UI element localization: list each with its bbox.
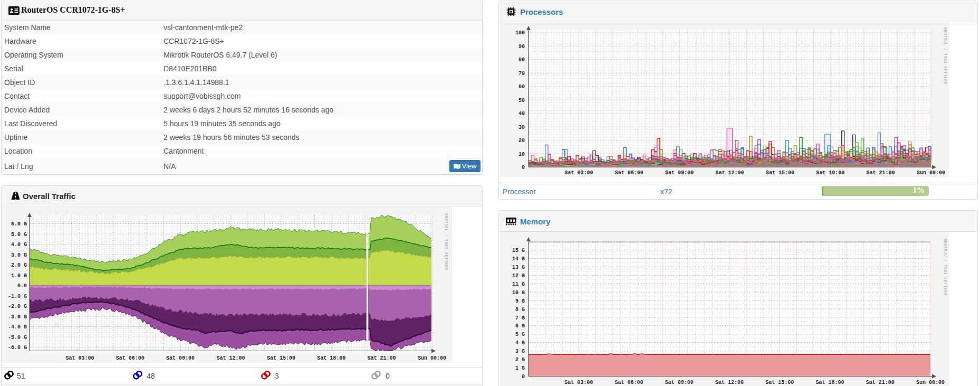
svg-text:Sat 09:00: Sat 09:00 <box>665 380 694 385</box>
svg-text:20: 20 <box>518 138 525 144</box>
svg-text:Sun 00:00: Sun 00:00 <box>917 170 945 176</box>
svg-text:Sun 00:00: Sun 00:00 <box>418 355 446 361</box>
svg-text:Sat 21:00: Sat 21:00 <box>866 380 895 385</box>
svg-text:Sat 06:00: Sat 06:00 <box>615 170 643 176</box>
svg-text:2.0 G: 2.0 G <box>11 262 27 268</box>
svg-text:0: 0 <box>522 374 525 380</box>
svg-text:-2.0 G: -2.0 G <box>8 304 27 309</box>
svg-text:2 G: 2 G <box>515 357 525 363</box>
svg-text:Sat 03:00: Sat 03:00 <box>564 380 593 385</box>
svg-text:9 G: 9 G <box>515 298 525 304</box>
svg-text:7 G: 7 G <box>515 315 525 321</box>
svg-text:1.0 G: 1.0 G <box>11 273 27 279</box>
svg-text:8 G: 8 G <box>515 307 525 313</box>
svg-text:4 G: 4 G <box>515 340 525 346</box>
svg-text:80: 80 <box>518 57 525 63</box>
svg-text:Sat 15:00: Sat 15:00 <box>267 355 295 361</box>
svg-text:RRDTOOL / TOBI OETIKER: RRDTOOL / TOBI OETIKER <box>943 239 947 296</box>
svg-text:Sat 12:00: Sat 12:00 <box>216 355 245 361</box>
svg-text:3 G: 3 G <box>515 349 525 354</box>
svg-text:14 G: 14 G <box>512 256 525 262</box>
svg-text:15 G: 15 G <box>512 248 525 253</box>
svg-text:10 G: 10 G <box>512 290 525 296</box>
svg-text:-4.0 G: -4.0 G <box>8 324 27 330</box>
svg-text:0.0: 0.0 <box>17 283 27 289</box>
svg-text:60: 60 <box>518 84 525 90</box>
svg-text:6 G: 6 G <box>515 323 525 329</box>
svg-text:4.0 G: 4.0 G <box>11 242 27 248</box>
svg-text:70: 70 <box>518 71 525 77</box>
svg-text:6.0 G: 6.0 G <box>11 221 27 227</box>
svg-text:Sat 18:00: Sat 18:00 <box>816 170 844 176</box>
svg-text:0: 0 <box>522 165 525 171</box>
svg-text:13 G: 13 G <box>512 265 525 270</box>
svg-text:1 G: 1 G <box>515 365 525 371</box>
svg-text:11 G: 11 G <box>512 281 525 287</box>
svg-text:Sat 09:00: Sat 09:00 <box>665 170 694 176</box>
svg-text:Sat 03:00: Sat 03:00 <box>65 355 94 361</box>
svg-text:50: 50 <box>518 98 525 103</box>
svg-text:Sat 18:00: Sat 18:00 <box>815 380 844 385</box>
svg-text:Sat 18:00: Sat 18:00 <box>317 355 345 361</box>
svg-text:30: 30 <box>518 125 525 130</box>
svg-text:Sat 03:00: Sat 03:00 <box>564 170 593 176</box>
svg-text:Sat 06:00: Sat 06:00 <box>614 380 643 385</box>
svg-text:5.0 G: 5.0 G <box>11 232 27 238</box>
svg-text:Sat 15:00: Sat 15:00 <box>765 380 794 385</box>
svg-text:Sun 00:00: Sun 00:00 <box>916 380 945 385</box>
svg-text:Sat 12:00: Sat 12:00 <box>715 380 744 385</box>
svg-text:90: 90 <box>518 44 525 50</box>
svg-text:12 G: 12 G <box>512 273 525 279</box>
svg-text:RRDTOOL / TOBI OETIKER: RRDTOOL / TOBI OETIKER <box>943 27 947 84</box>
svg-text:3.0 G: 3.0 G <box>11 252 27 258</box>
svg-text:Sat 21:00: Sat 21:00 <box>368 355 396 361</box>
svg-text:Sat 15:00: Sat 15:00 <box>766 170 794 176</box>
svg-text:-3.0 G: -3.0 G <box>8 314 27 320</box>
svg-text:Sat 12:00: Sat 12:00 <box>715 170 744 176</box>
svg-text:40: 40 <box>518 111 525 117</box>
svg-text:100: 100 <box>515 30 525 36</box>
svg-text:5 G: 5 G <box>515 332 525 337</box>
svg-text:10: 10 <box>518 152 525 157</box>
svg-text:-5.0 G: -5.0 G <box>8 335 27 341</box>
svg-text:RRDTOOL / TOBI OETIKER: RRDTOOL / TOBI OETIKER <box>444 213 448 270</box>
svg-text:Sat 09:00: Sat 09:00 <box>166 355 195 361</box>
svg-text:Sat 06:00: Sat 06:00 <box>116 355 145 361</box>
svg-text:Sat 21:00: Sat 21:00 <box>867 170 895 176</box>
svg-text:-6.0 G: -6.0 G <box>8 345 27 351</box>
svg-text:-1.0 G: -1.0 G <box>8 294 27 299</box>
